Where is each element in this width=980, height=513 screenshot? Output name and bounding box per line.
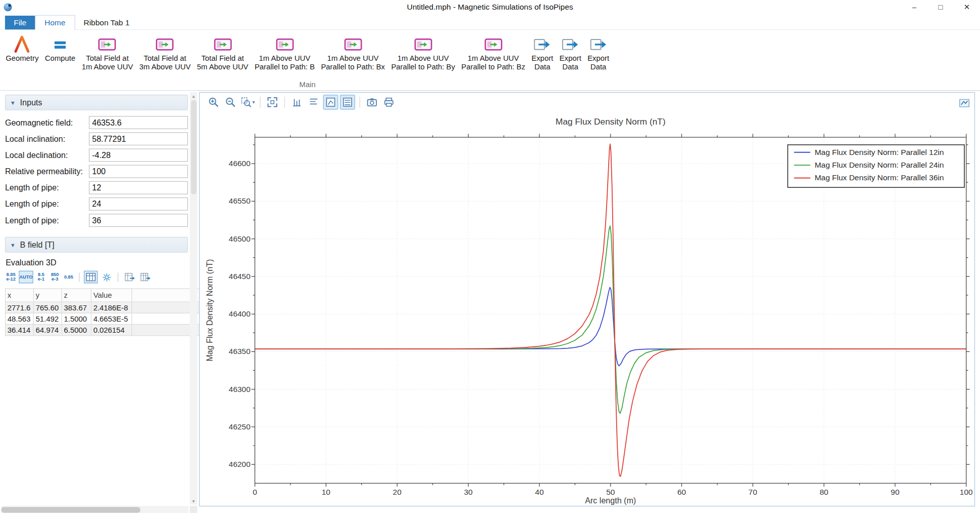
x-tick-label: 80	[820, 488, 828, 496]
input-field-label: Relative permeability:	[5, 167, 89, 176]
scroll-down-icon[interactable]: ▼	[190, 497, 197, 504]
input-geomagnetic-field-0[interactable]	[89, 115, 188, 129]
scroll-up-icon[interactable]: ▲	[190, 92, 197, 100]
series-mag-flux-density-norm-parallel-12in	[255, 287, 966, 366]
input-relative-permeability-3[interactable]	[89, 165, 188, 178]
vertical-lines-icon[interactable]	[289, 95, 305, 110]
ribbon-button-1m-above-uuv-parallel-to-path-by-7[interactable]: 1m Above UUVParallel to Path: By	[388, 33, 458, 73]
collapse-triangle-icon[interactable]: ▼	[10, 242, 16, 248]
evaluation-toolbar: 8.85e-12AUTO8.5e-1850e-30.85	[5, 271, 188, 284]
y-tick-label: 46400	[229, 309, 250, 318]
ribbon-button-export-data-11[interactable]: ExportData	[584, 33, 612, 73]
zoom-out-icon[interactable]	[223, 95, 238, 110]
vertical-scrollbar[interactable]: ▲ ▼	[190, 92, 197, 504]
close-button[interactable]: ✕	[954, 0, 980, 14]
horizontal-scroll-thumb[interactable]	[1, 507, 140, 512]
ribbon-button-label: 1m Above UUVParallel to Path: By	[391, 55, 455, 71]
copy-table-icon[interactable]	[123, 271, 137, 284]
input-field-label: Local inclination:	[5, 134, 89, 143]
x-tick-label: 100	[960, 488, 973, 496]
ribbon-button-total-field-at-3m-above-uuv-3[interactable]: Total Field at3m Above UUV	[136, 33, 194, 73]
toolbar-separator	[284, 97, 285, 108]
dropdown-caret-icon[interactable]: ▾	[252, 99, 255, 105]
ribbon-button-1m-above-uuv-parallel-to-path-bx-6[interactable]: 1m Above UUVParallel to Path: Bx	[318, 33, 388, 73]
ribbon-button-export-data-10[interactable]: ExportData	[557, 33, 584, 73]
evaluation-3d-label: Evaluation 3D	[6, 258, 187, 267]
plot-settings-icon[interactable]	[959, 98, 969, 109]
ribbon-group-main: GeometryComputeTotal Field at1m Above UU…	[3, 30, 612, 90]
input-local-inclination-1[interactable]	[89, 132, 188, 145]
geometry-icon	[13, 34, 31, 55]
table-cell: 51.492	[33, 313, 62, 324]
export-table-icon[interactable]	[139, 271, 152, 284]
input-length-of-pipe-5[interactable]	[89, 197, 188, 210]
tab-ribbon-tab-1[interactable]: Ribbon Tab 1	[75, 16, 139, 29]
table-row[interactable]: 48.56351.4921.50004.6653E-5	[6, 313, 210, 324]
table-header-row: xyzValue	[6, 289, 210, 302]
input-field-row: Geomagnetic field:	[5, 114, 188, 130]
inputs-section-title: Inputs	[20, 98, 42, 107]
table-cell: 0.026154	[91, 325, 132, 336]
plot-icon	[344, 34, 362, 55]
table-display-icon[interactable]	[84, 271, 98, 284]
bfield-section-title: B field [T]	[20, 240, 55, 250]
zoom-box-icon[interactable]: ▾	[240, 95, 255, 110]
tab-file[interactable]: File	[5, 16, 35, 29]
unit-chip-0-85[interactable]: 0.85	[63, 271, 75, 284]
scrollbar-corner	[190, 506, 197, 513]
input-local-declination-2[interactable]	[89, 148, 188, 162]
y-tick-label: 46350	[229, 347, 250, 356]
bfield-section-header[interactable]: ▼ B field [T]	[5, 237, 188, 253]
collapse-triangle-icon[interactable]: ▼	[10, 99, 16, 105]
ribbon-button-geometry-0[interactable]: Geometry	[3, 33, 42, 64]
evaluation-table: xyzValue 2771.6765.60383.672.4186E-848.5…	[5, 288, 210, 336]
plot-icon	[98, 34, 117, 55]
evaluation-table-head: xyzValue	[6, 289, 210, 302]
ribbon: GeometryComputeTotal Field at1m Above UU…	[0, 30, 980, 91]
chart-svg: 0102030405060708090100462004625046300463…	[200, 111, 974, 506]
input-length-of-pipe-6[interactable]	[89, 213, 188, 226]
plot-icon	[213, 34, 232, 55]
unit-chip-auto[interactable]: AUTO	[19, 271, 33, 284]
evaluation-table-body: 2771.6765.60383.672.4186E-848.56351.4921…	[6, 302, 210, 336]
table-cell: 1.5000	[62, 313, 91, 324]
ribbon-button-export-data-9[interactable]: ExportData	[528, 33, 556, 73]
ribbon-button-label: 1m Above UUVParallel to Path: Bx	[321, 55, 385, 71]
inputs-section-header[interactable]: ▼ Inputs	[5, 95, 188, 110]
input-field-label: Local declination:	[5, 150, 89, 160]
unit-chip-850-e-3[interactable]: 850e-3	[49, 271, 61, 284]
ribbon-button-total-field-at-5m-above-uuv-4[interactable]: Total Field at5m Above UUV	[194, 33, 251, 73]
table-cell: 4.6653E-5	[91, 313, 132, 324]
settings-panel: ▼ Inputs Geomagnetic field:Local inclina…	[0, 91, 198, 513]
unit-chip-8-5-e-1[interactable]: 8.5e-1	[35, 271, 47, 284]
ribbon-button-total-field-at-1m-above-uuv-2[interactable]: Total Field at1m Above UUV	[78, 33, 136, 73]
chart[interactable]: 0102030405060708090100462004625046300463…	[200, 111, 974, 506]
tab-home[interactable]: Home	[35, 15, 75, 30]
input-field-row: Relative permeability:	[5, 163, 188, 179]
input-field-label: Length of pipe:	[5, 199, 89, 209]
minimize-button[interactable]: –	[901, 0, 927, 14]
snapshot-icon[interactable]	[364, 95, 379, 110]
x-tick-label: 30	[464, 488, 473, 496]
maximize-button[interactable]: □	[927, 0, 954, 14]
vertical-scroll-thumb[interactable]	[191, 100, 196, 194]
compute-icon	[52, 34, 69, 55]
horizontal-lines-icon[interactable]	[306, 95, 321, 110]
print-icon[interactable]	[381, 95, 397, 110]
ribbon-button-label: 1m Above UUVParallel to Path: Bz	[461, 55, 525, 71]
ribbon-button-1m-above-uuv-parallel-to-path-bz-8[interactable]: 1m Above UUVParallel to Path: Bz	[458, 33, 529, 73]
window-table-icon[interactable]	[340, 95, 355, 110]
input-fields: Geomagnetic field:Local inclination:Loca…	[5, 114, 188, 228]
zoom-extents-icon[interactable]	[265, 95, 280, 110]
horizontal-scrollbar[interactable]	[1, 506, 188, 513]
sun-icon[interactable]	[100, 271, 113, 284]
table-row[interactable]: 2771.6765.60383.672.4186E-8	[6, 302, 210, 313]
ribbon-button-1m-above-uuv-parallel-to-path-b-5[interactable]: 1m Above UUVParallel to Path: B	[251, 33, 318, 73]
table-row[interactable]: 36.41464.9746.50000.026154	[6, 325, 210, 336]
window-plot-icon[interactable]	[323, 95, 338, 110]
ribbon-button-compute-1[interactable]: Compute	[42, 33, 79, 64]
input-field-row: Length of pipe:	[5, 195, 188, 212]
zoom-in-icon[interactable]	[206, 95, 221, 110]
unit-chip-8-85-e-12[interactable]: 8.85e-12	[5, 271, 17, 284]
input-length-of-pipe-4[interactable]	[89, 181, 188, 194]
